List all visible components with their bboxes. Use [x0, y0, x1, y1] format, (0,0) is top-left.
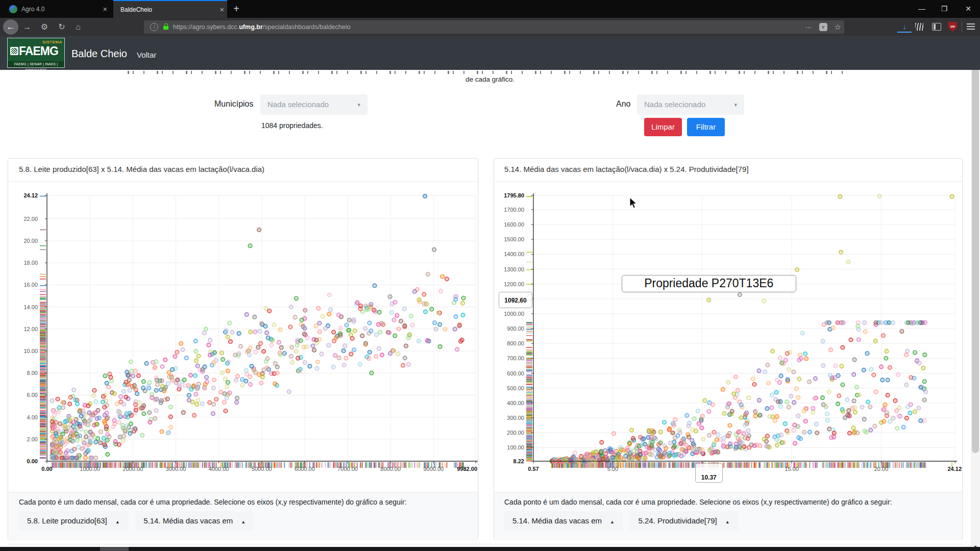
url-text: https://agro.sybers.dcc.ufmg.br/speciald… [173, 23, 350, 31]
x-axis-select[interactable]: 5.8. Leite produzido[63]▲ [19, 511, 128, 531]
ano-placeholder: Nada selecionado [644, 100, 705, 109]
logo-leaf-icon [10, 47, 18, 55]
faemg-logo: SISTEMA FAEMG FAEMG | SENAR | INAES | SI… [7, 38, 65, 68]
svg-text:1700.00: 1700.00 [504, 207, 524, 213]
ano-select[interactable]: Nada selecionado ▾ [637, 94, 744, 115]
intro-note: de cada gráfico. [0, 76, 980, 83]
bottom-edge-segment [100, 547, 129, 551]
menu-hamburger-icon[interactable] [967, 23, 975, 30]
svg-text:400.00: 400.00 [507, 400, 524, 406]
browser-tab-agro[interactable]: Agro 4.0 × [4, 0, 110, 18]
tab-title: Agro 4.0 [21, 6, 100, 13]
crosshair-y-value: 1092.60 [499, 292, 532, 308]
pocket-icon[interactable]: ∨ [819, 23, 827, 31]
svg-text:8000.00: 8000.00 [380, 466, 401, 472]
svg-text:5000.00: 5000.00 [252, 466, 272, 472]
site-title: Balde Cheio [71, 48, 127, 60]
caret-up-icon: ▲ [725, 519, 730, 524]
bottom-edge-bar [0, 547, 980, 551]
svg-text:8.22: 8.22 [513, 458, 524, 464]
svg-text:3000.00: 3000.00 [166, 466, 186, 472]
svg-text:22.00: 22.00 [23, 216, 38, 222]
tab-close-icon[interactable]: × [217, 5, 227, 14]
caret-up-icon: ▲ [241, 519, 246, 524]
svg-text:500.00: 500.00 [507, 385, 524, 391]
agro-favicon [9, 5, 17, 13]
mouse-cursor [629, 197, 639, 210]
svg-text:700.00: 700.00 [507, 355, 524, 361]
svg-text:4.00: 4.00 [27, 414, 38, 420]
svg-text:6000.00: 6000.00 [295, 466, 315, 472]
municipios-placeholder: Nada selecionado [267, 100, 329, 109]
window-minimize-button[interactable]: — [912, 0, 932, 18]
tab-close-icon[interactable]: × [100, 5, 110, 13]
svg-text:20.00: 20.00 [874, 466, 889, 472]
properties-count: 1084 propriedades. [261, 121, 323, 130]
municipios-label: Municípios [214, 99, 253, 109]
page-actions-icon[interactable]: ⋯ [805, 23, 812, 31]
right-axis-selectors: 5.14. Média das vacas em▲ 5.24. Produtiv… [504, 511, 738, 531]
svg-text:12.00: 12.00 [23, 326, 38, 332]
right-chart-canvas[interactable]: 8.22100.00200.00300.00400.00500.00600.00… [494, 182, 963, 491]
home-button[interactable]: ⌂ [71, 20, 85, 34]
y-axis-select[interactable]: 5.24. Produtividade[79]▲ [630, 511, 738, 531]
svg-text:4000.00: 4000.00 [209, 466, 229, 472]
svg-text:9000.00: 9000.00 [423, 466, 444, 472]
library-icon[interactable] [915, 23, 923, 31]
municipios-select[interactable]: Nada selecionado ▾ [260, 94, 368, 115]
svg-text:0.57: 0.57 [528, 466, 538, 472]
voltar-link[interactable]: Voltar [137, 51, 156, 59]
svg-text:1200.00: 1200.00 [504, 281, 524, 287]
caret-up-icon: ▲ [610, 519, 615, 524]
right-footer-note: Cada ponto é um dado mensal, cada cor é … [504, 498, 892, 506]
svg-text:2.00: 2.00 [27, 436, 38, 442]
svg-text:200.00: 200.00 [507, 430, 524, 436]
page-tools-icon[interactable]: ⚙ [38, 20, 51, 34]
https-lock-icon [163, 26, 168, 30]
limpar-button[interactable]: Limpar [644, 118, 682, 136]
svg-text:1500.00: 1500.00 [504, 236, 524, 242]
chevron-down-icon: ▾ [357, 94, 360, 115]
reload-button[interactable]: ↻ [55, 20, 68, 34]
downloads-icon[interactable]: ↓ [897, 21, 912, 33]
browser-tab-baldecheio[interactable]: BaldeCheio × [113, 0, 227, 18]
new-tab-button[interactable]: + [229, 0, 244, 18]
site-info-icon[interactable]: i [150, 23, 158, 31]
svg-text:600.00: 600.00 [507, 370, 524, 377]
forward-button[interactable]: → [20, 20, 34, 34]
svg-text:1795.80: 1795.80 [504, 192, 524, 198]
window-close-button[interactable]: ✕ [958, 0, 978, 18]
svg-text:800.00: 800.00 [507, 340, 524, 346]
svg-text:1600.00: 1600.00 [504, 221, 524, 228]
toolbar-divider [962, 21, 962, 33]
scrollbar-thumb[interactable] [972, 45, 979, 453]
clipped-text-fragments [128, 71, 852, 74]
logo-strip-text: FAEMG | SENAR | INAES | SINDICATOS [8, 61, 64, 67]
logo-name-text: FAEMG [19, 44, 58, 58]
svg-text:100.00: 100.00 [507, 444, 524, 450]
y-axis-select[interactable]: 5.14. Média das vacas em▲ [135, 511, 254, 531]
svg-text:1000.00: 1000.00 [80, 466, 100, 472]
svg-text:15.00: 15.00 [785, 466, 799, 472]
crosshair-x-value: 10.37 [695, 463, 723, 483]
bookmark-star-icon[interactable]: ☆ [835, 22, 841, 32]
svg-text:5.00: 5.00 [607, 466, 618, 472]
x-axis-select[interactable]: 5.14. Média das vacas em▲ [504, 511, 623, 531]
svg-text:10.00: 10.00 [23, 348, 38, 354]
sidebar-toggle-icon[interactable] [932, 23, 941, 31]
caret-up-icon: ▲ [115, 519, 120, 524]
window-restore-button[interactable]: ❐ [934, 0, 954, 18]
tab-title: BaldeCheio [120, 6, 217, 13]
back-button[interactable]: ← [3, 19, 18, 35]
filtrar-button[interactable]: Filtrar [687, 118, 725, 136]
left-chart-canvas[interactable]: 0.002.004.006.008.0010.0012.0014.0016.00… [8, 182, 478, 491]
svg-text:20.00: 20.00 [23, 238, 38, 244]
svg-text:6.00: 6.00 [27, 392, 38, 398]
left-chart-title: 5.8. Leite produzido[63] x 5.14. Média d… [19, 165, 264, 173]
url-bar[interactable]: i https://agro.sybers.dcc.ufmg.br/specia… [144, 20, 844, 34]
svg-text:300.00: 300.00 [507, 415, 524, 421]
chevron-down-icon: ▾ [734, 94, 737, 115]
svg-text:18.00: 18.00 [23, 260, 38, 266]
svg-text:7000.00: 7000.00 [337, 466, 358, 472]
left-footer-note: Cada ponto é um dado mensal, cada cor é … [19, 498, 407, 506]
